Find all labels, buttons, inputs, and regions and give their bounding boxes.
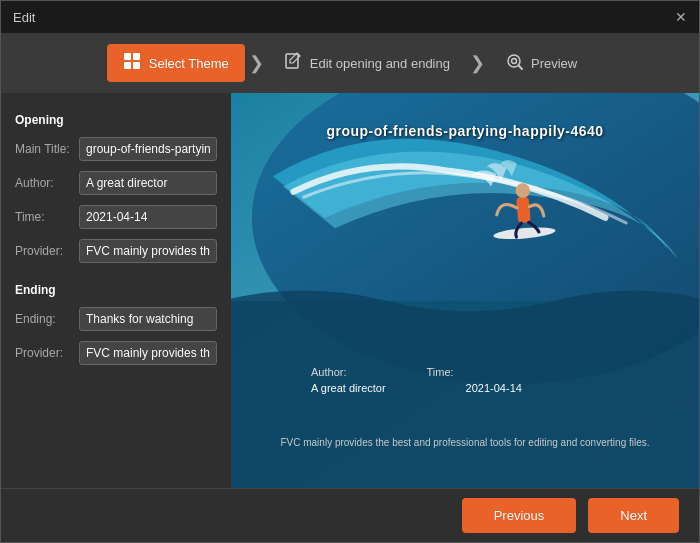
preview-icon bbox=[505, 52, 523, 74]
ending-row: Ending: bbox=[15, 307, 217, 331]
provider-opening-label: Provider: bbox=[15, 244, 73, 258]
preview-meta: Author: Time: A great director 2021-04-1… bbox=[311, 366, 619, 398]
svg-rect-3 bbox=[133, 62, 140, 69]
preview-time-value: 2021-04-14 bbox=[466, 382, 522, 394]
step-preview-label: Preview bbox=[531, 56, 577, 71]
opening-section-title: Opening bbox=[15, 113, 217, 127]
previous-button[interactable]: Previous bbox=[462, 498, 577, 533]
main-title-input[interactable] bbox=[79, 137, 217, 161]
title-bar: Edit ✕ bbox=[1, 1, 699, 33]
provider-ending-label: Provider: bbox=[15, 346, 73, 360]
main-title-row: Main Title: bbox=[15, 137, 217, 161]
author-row: Author: bbox=[15, 171, 217, 195]
svg-rect-2 bbox=[124, 62, 131, 69]
close-button[interactable]: ✕ bbox=[675, 10, 687, 24]
window-title: Edit bbox=[13, 10, 35, 25]
svg-point-6 bbox=[511, 59, 516, 64]
preview-author-value: A great director bbox=[311, 382, 386, 394]
main-title-label: Main Title: bbox=[15, 142, 73, 156]
preview-svg bbox=[231, 93, 699, 488]
arrow-2: ❯ bbox=[470, 52, 485, 74]
ending-section-title: Ending bbox=[15, 283, 217, 297]
svg-point-5 bbox=[508, 55, 520, 67]
step-edit-opening[interactable]: Edit opening and ending bbox=[268, 44, 466, 82]
provider-opening-input[interactable] bbox=[79, 239, 217, 263]
step-select-theme[interactable]: Select Theme bbox=[107, 44, 245, 82]
svg-rect-4 bbox=[286, 54, 298, 68]
step-preview[interactable]: Preview bbox=[489, 44, 593, 82]
main-content: Opening Main Title: Author: Time: Provid… bbox=[1, 93, 699, 488]
time-row: Time: bbox=[15, 205, 217, 229]
edit-icon bbox=[284, 52, 302, 74]
preview-image: group-of-friends-partying-happily-4640 A… bbox=[231, 93, 699, 488]
provider-ending-row: Provider: bbox=[15, 341, 217, 365]
preview-provider: FVC mainly provides the best and profess… bbox=[231, 437, 699, 448]
preview-time-label: Time: bbox=[426, 366, 453, 378]
svg-rect-0 bbox=[124, 53, 131, 60]
bottom-bar: Previous Next bbox=[1, 488, 699, 542]
step-bar: Select Theme ❯ Edit opening and ending ❯ bbox=[1, 33, 699, 93]
select-theme-icon bbox=[123, 52, 141, 74]
next-button[interactable]: Next bbox=[588, 498, 679, 533]
meta-values-row: A great director 2021-04-14 bbox=[311, 382, 619, 394]
preview-author-label: Author: bbox=[311, 366, 346, 378]
author-input[interactable] bbox=[79, 171, 217, 195]
provider-opening-row: Provider: bbox=[15, 239, 217, 263]
edit-window: Edit ✕ Select Theme ❯ E bbox=[0, 0, 700, 543]
preview-title: group-of-friends-partying-happily-4640 bbox=[231, 123, 699, 139]
time-label: Time: bbox=[15, 210, 73, 224]
author-label: Author: bbox=[15, 176, 73, 190]
step-select-theme-label: Select Theme bbox=[149, 56, 229, 71]
ending-label: Ending: bbox=[15, 312, 73, 326]
provider-ending-input[interactable] bbox=[79, 341, 217, 365]
arrow-1: ❯ bbox=[249, 52, 264, 74]
meta-labels-row: Author: Time: bbox=[311, 366, 619, 378]
ending-input[interactable] bbox=[79, 307, 217, 331]
svg-rect-12 bbox=[516, 196, 531, 223]
svg-line-7 bbox=[519, 66, 522, 69]
time-input[interactable] bbox=[79, 205, 217, 229]
svg-rect-1 bbox=[133, 53, 140, 60]
right-panel: group-of-friends-partying-happily-4640 A… bbox=[231, 93, 699, 488]
left-panel: Opening Main Title: Author: Time: Provid… bbox=[1, 93, 231, 488]
step-edit-label: Edit opening and ending bbox=[310, 56, 450, 71]
